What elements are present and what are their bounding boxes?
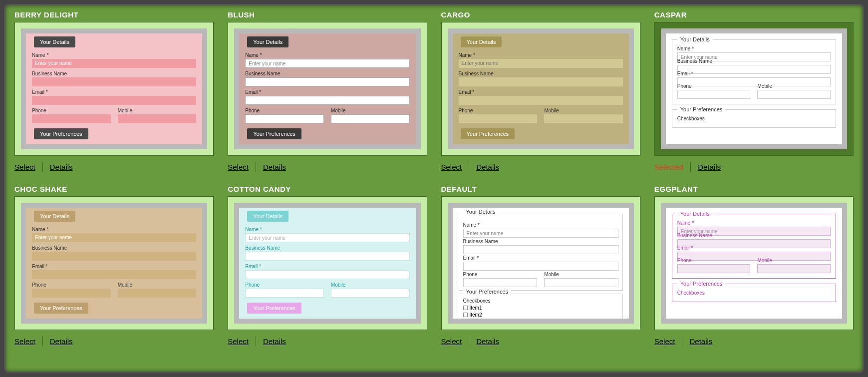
section-legend: Your Details [677, 211, 713, 217]
theme-card: CARGOYour DetailsName *Enter your nameBu… [441, 10, 640, 172]
select-link[interactable]: Select [441, 163, 462, 171]
text-input [245, 252, 409, 261]
text-input [544, 114, 623, 123]
field-label: Mobile [757, 258, 831, 263]
field-label: Name * [245, 227, 409, 232]
theme-preview[interactable]: Your DetailsName *Enter your nameBusines… [228, 22, 427, 156]
field-label: Checkboxes [463, 298, 618, 304]
text-input [757, 264, 831, 273]
field-label: Email * [463, 255, 618, 261]
field-label: Name * [32, 227, 196, 232]
field-label: Name * [677, 46, 831, 51]
text-input [245, 114, 324, 123]
theme-preview[interactable]: Your DetailsName *Enter your nameBusines… [654, 22, 854, 156]
field-label: Mobile [544, 272, 618, 277]
section-legend: Your Preferences [247, 303, 301, 314]
theme-title: BLUSH [228, 10, 427, 19]
section-legend: Your Details [34, 36, 75, 47]
theme-actions: SelectDetails [441, 336, 640, 346]
theme-preview[interactable]: Your DetailsName *Enter your nameBusines… [654, 196, 854, 330]
select-link[interactable]: Select [441, 337, 462, 346]
separator [469, 162, 469, 172]
theme-title: CARGO [441, 10, 640, 19]
checkbox-item: Item2 [463, 312, 618, 318]
separator [682, 336, 682, 346]
field-label: Name * [245, 52, 409, 58]
theme-actions: SelectDetails [654, 336, 854, 346]
text-input: Enter your name [32, 59, 196, 68]
field-label: Name * [677, 220, 831, 226]
separator [469, 336, 469, 346]
text-input: Enter your name [245, 233, 409, 242]
text-input [677, 90, 751, 99]
text-input [677, 264, 751, 273]
details-link[interactable]: Details [476, 337, 499, 346]
select-link[interactable]: Select [14, 337, 35, 346]
field-label: Phone [245, 282, 324, 288]
text-input [118, 114, 197, 123]
select-link[interactable]: Select [14, 163, 35, 171]
field-label: Phone [245, 108, 324, 113]
theme-preview[interactable]: Your DetailsName *Enter your nameBusines… [14, 196, 214, 330]
theme-preview[interactable]: Your DetailsName *Enter your nameBusines… [14, 22, 214, 156]
theme-preview[interactable]: Your DetailsName *Enter your nameBusines… [228, 196, 427, 330]
text-input [459, 77, 623, 86]
select-link[interactable]: Select [228, 337, 249, 346]
text-input [32, 252, 196, 261]
text-input [32, 289, 111, 298]
separator [42, 336, 43, 346]
theme-title: CHOC SHAKE [14, 185, 214, 193]
field-label: Email * [677, 71, 831, 76]
details-link[interactable]: Details [263, 163, 286, 171]
theme-gallery-panel: BERRY DELIGHTYour DetailsName *Enter you… [4, 4, 864, 373]
field-label: Business Name [677, 58, 831, 64]
theme-card: BERRY DELIGHTYour DetailsName *Enter you… [14, 10, 214, 172]
select-link[interactable]: Select [228, 163, 249, 171]
field-label: Business Name [32, 245, 196, 251]
section-legend: Your Preferences [677, 106, 726, 112]
field-label: Mobile [544, 108, 623, 113]
text-input [32, 77, 196, 86]
theme-actions: SelectDetails [14, 336, 214, 346]
field-label: Mobile [118, 282, 197, 288]
field-label: Name * [463, 222, 618, 228]
text-input: Enter your name [245, 59, 409, 68]
section-legend: Your Details [247, 36, 289, 47]
text-input [245, 96, 409, 105]
select-link[interactable]: Select [654, 337, 675, 346]
section-legend: Your Preferences [461, 128, 515, 139]
theme-preview[interactable]: Your DetailsName *Enter your nameBusines… [441, 196, 640, 330]
section-legend: Your Details [461, 36, 502, 47]
text-input [245, 270, 409, 279]
theme-gallery-scroll[interactable]: BERRY DELIGHTYour DetailsName *Enter you… [5, 5, 863, 372]
theme-title: CASPAR [654, 10, 854, 19]
details-link[interactable]: Details [689, 337, 712, 346]
field-label: Email * [245, 89, 409, 95]
section-legend: Your Preferences [463, 289, 512, 295]
field-label: Checkboxes [677, 290, 831, 296]
field-label: Phone [677, 258, 751, 263]
details-link[interactable]: Details [50, 163, 73, 171]
text-input [32, 114, 111, 123]
section-legend: Your Preferences [34, 303, 88, 314]
field-label: Email * [245, 264, 409, 269]
section-legend: Your Details [463, 209, 499, 215]
theme-actions: SelectDetails [228, 336, 427, 346]
theme-preview[interactable]: Your DetailsName *Enter your nameBusines… [441, 22, 640, 156]
field-label: Checkboxes [677, 116, 831, 121]
theme-title: BERRY DELIGHT [14, 10, 214, 19]
text-input [331, 289, 410, 298]
theme-title: COTTON CANDY [228, 185, 427, 193]
theme-title: DEFAULT [441, 185, 640, 193]
details-link[interactable]: Details [263, 337, 286, 346]
details-link[interactable]: Details [476, 163, 499, 171]
theme-actions: SelectDetails [441, 162, 640, 172]
details-link[interactable]: Details [50, 337, 73, 346]
text-input [544, 278, 618, 287]
section-legend: Your Details [677, 36, 713, 42]
text-input [32, 270, 196, 279]
details-link[interactable]: Details [698, 163, 721, 171]
text-input: Enter your name [32, 233, 196, 242]
field-label: Business Name [245, 245, 409, 251]
field-label: Phone [677, 83, 751, 89]
